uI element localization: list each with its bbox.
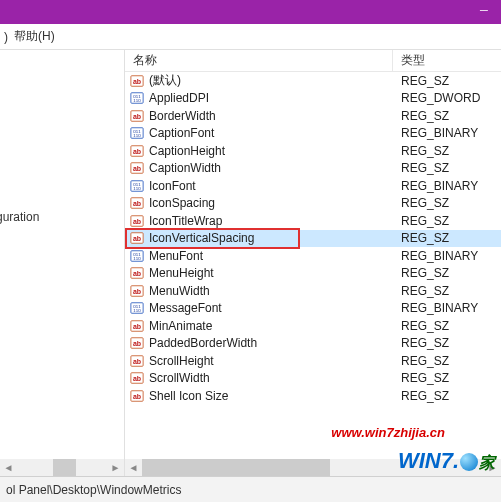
string-value-icon: ab [129,143,145,159]
value-type: REG_DWORD [393,91,480,105]
svg-text:ab: ab [133,270,141,277]
value-name: AppliedDPI [149,91,393,105]
svg-text:ab: ab [133,200,141,207]
string-value-icon: ab [129,160,145,176]
svg-text:110: 110 [133,256,141,261]
registry-value-row[interactable]: abShell Icon SizeREG_SZ [125,387,501,405]
menu-help[interactable]: 帮助(H) [14,28,55,45]
value-name: MinAnimate [149,319,393,333]
string-value-icon: ab [129,283,145,299]
registry-value-row[interactable]: abBorderWidthREG_SZ [125,107,501,125]
string-value-icon: ab [129,388,145,404]
value-type: REG_SZ [393,214,449,228]
registry-value-row[interactable]: abMinAnimateREG_SZ [125,317,501,335]
value-name: IconVerticalSpacing [149,231,393,245]
value-type: REG_SZ [393,161,449,175]
registry-value-row[interactable]: abIconTitleWrapREG_SZ [125,212,501,230]
registry-value-row[interactable]: abPaddedBorderWidthREG_SZ [125,335,501,353]
value-name: PaddedBorderWidth [149,336,393,350]
watermark-logo-prefix: WIN7. [398,448,459,473]
watermark-orb-icon [460,453,478,471]
svg-text:ab: ab [133,147,141,154]
column-header-name[interactable]: 名称 [125,50,393,71]
registry-value-row[interactable]: abIconVerticalSpacingREG_SZ [125,230,501,248]
content: guration ◄ ► 名称 类型 ab(默认)REG_SZ011110App… [0,50,501,476]
svg-text:ab: ab [133,77,141,84]
binary-value-icon: 011110 [129,125,145,141]
binary-value-icon: 011110 [129,90,145,106]
registry-value-row[interactable]: abScrollWidthREG_SZ [125,370,501,388]
scroll-left-icon[interactable]: ◄ [0,459,17,476]
svg-text:ab: ab [133,340,141,347]
value-name: IconFont [149,179,393,193]
value-name: MessageFont [149,301,393,315]
value-name: CaptionHeight [149,144,393,158]
registry-value-row[interactable]: abScrollHeightREG_SZ [125,352,501,370]
registry-value-row[interactable]: abIconSpacingREG_SZ [125,195,501,213]
svg-text:ab: ab [133,357,141,364]
value-name: CaptionWidth [149,161,393,175]
value-type: REG_BINARY [393,179,478,193]
value-type: REG_SZ [393,371,449,385]
tree-panel[interactable]: guration ◄ ► [0,50,125,476]
svg-text:ab: ab [133,165,141,172]
menu-partial: ) [4,30,8,44]
value-type: REG_SZ [393,266,449,280]
list-panel: 名称 类型 ab(默认)REG_SZ011110AppliedDPIREG_DW… [125,50,501,476]
registry-value-row[interactable]: 011110MenuFontREG_BINARY [125,247,501,265]
registry-value-row[interactable]: 011110IconFontREG_BINARY [125,177,501,195]
value-type: REG_SZ [393,354,449,368]
value-type: REG_SZ [393,74,449,88]
svg-text:110: 110 [133,309,141,314]
string-value-icon: ab [129,195,145,211]
value-name: ScrollHeight [149,354,393,368]
watermark-logo-suffix: 家 [479,454,495,471]
value-type: REG_BINARY [393,249,478,263]
registry-value-row[interactable]: ab(默认)REG_SZ [125,72,501,90]
registry-value-row[interactable]: 011110MessageFontREG_BINARY [125,300,501,318]
value-type: REG_SZ [393,284,449,298]
registry-value-row[interactable]: abMenuWidthREG_SZ [125,282,501,300]
binary-value-icon: 011110 [129,300,145,316]
binary-value-icon: 011110 [129,178,145,194]
window-controls: ─ [467,0,501,20]
string-value-icon: ab [129,213,145,229]
string-value-icon: ab [129,230,145,246]
scroll-track[interactable] [17,459,107,476]
value-type: REG_SZ [393,144,449,158]
svg-text:ab: ab [133,322,141,329]
registry-value-row[interactable]: 011110CaptionFontREG_BINARY [125,125,501,143]
value-name: MenuHeight [149,266,393,280]
string-value-icon: ab [129,73,145,89]
svg-text:ab: ab [133,375,141,382]
registry-value-row[interactable]: 011110AppliedDPIREG_DWORD [125,90,501,108]
string-value-icon: ab [129,335,145,351]
tree-item[interactable]: guration [0,210,39,224]
value-name: BorderWidth [149,109,393,123]
statusbar: ol Panel\Desktop\WindowMetrics [0,476,501,502]
value-type: REG_SZ [393,231,449,245]
scroll-thumb[interactable] [53,459,76,476]
svg-text:ab: ab [133,112,141,119]
value-type: REG_SZ [393,196,449,210]
string-value-icon: ab [129,353,145,369]
column-header-type[interactable]: 类型 [393,50,501,71]
value-name: Shell Icon Size [149,389,393,403]
scroll-thumb[interactable] [142,459,330,476]
value-type: REG_SZ [393,336,449,350]
value-name: IconSpacing [149,196,393,210]
scroll-right-icon[interactable]: ► [107,459,124,476]
value-type: REG_SZ [393,109,449,123]
value-name: ScrollWidth [149,371,393,385]
minimize-button[interactable]: ─ [467,0,501,20]
watermark-url: www.win7zhijia.cn [331,425,445,440]
registry-value-row[interactable]: abMenuHeightREG_SZ [125,265,501,283]
svg-text:110: 110 [133,99,141,104]
scroll-left-icon[interactable]: ◄ [125,459,142,476]
string-value-icon: ab [129,108,145,124]
registry-value-row[interactable]: abCaptionWidthREG_SZ [125,160,501,178]
value-type: REG_BINARY [393,301,478,315]
tree-scrollbar-horizontal[interactable]: ◄ ► [0,459,124,476]
registry-value-row[interactable]: abCaptionHeightREG_SZ [125,142,501,160]
value-name: MenuFont [149,249,393,263]
